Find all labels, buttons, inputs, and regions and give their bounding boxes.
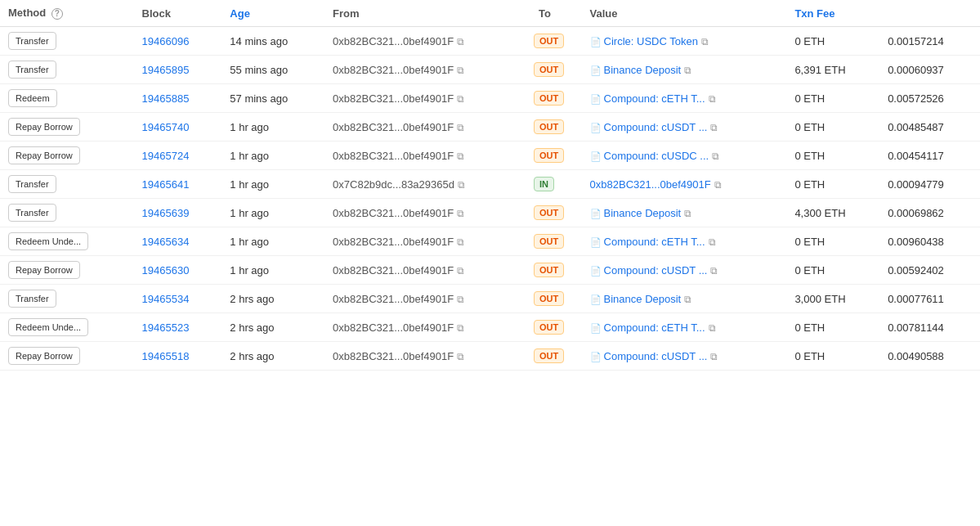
- method-button[interactable]: Transfer: [8, 61, 56, 79]
- copy-from-icon[interactable]: ⧉: [457, 265, 464, 276]
- method-button[interactable]: Transfer: [8, 290, 56, 308]
- to-contract-link[interactable]: Compound: cUSDT ...: [604, 350, 708, 362]
- copy-to-icon[interactable]: ⧉: [684, 65, 691, 76]
- to-contract-link[interactable]: Compound: cETH T...: [604, 92, 705, 105]
- copy-from-icon[interactable]: ⧉: [457, 208, 464, 219]
- block-link[interactable]: 19465634: [142, 236, 190, 248]
- copy-from-icon[interactable]: ⧉: [457, 351, 464, 362]
- value-cell: 0 ETH: [786, 313, 879, 342]
- method-help-icon[interactable]: ?: [51, 8, 63, 20]
- to-address-link[interactable]: 0xb82BC321...0bef4901F: [590, 178, 711, 191]
- copy-to-icon[interactable]: ⧉: [709, 322, 716, 334]
- from-address-link[interactable]: 0xb82BC321...0bef4901F: [333, 264, 454, 276]
- from-address-link[interactable]: 0xb82BC321...0bef4901F: [333, 64, 454, 76]
- from-address-link[interactable]: 0xb82BC321...0bef4901F: [333, 150, 454, 162]
- value-header: Value: [582, 0, 787, 27]
- block-cell: 19465534: [134, 285, 222, 313]
- from-address-link[interactable]: 0x7C82b9dc...83a29365d: [333, 178, 454, 191]
- from-address-link[interactable]: 0xb82BC321...0bef4901F: [333, 321, 454, 334]
- to-contract-link[interactable]: Circle: USDC Token: [604, 35, 698, 47]
- to-contract-link[interactable]: Compound: cUSDT ...: [604, 264, 708, 276]
- from-address-link[interactable]: 0xb82BC321...0bef4901F: [333, 35, 454, 47]
- block-link[interactable]: 19465895: [142, 64, 190, 76]
- block-link[interactable]: 19466096: [142, 35, 190, 47]
- block-link[interactable]: 19465885: [142, 92, 190, 105]
- age-cell: 1 hr ago: [222, 227, 324, 256]
- copy-to-icon[interactable]: ⧉: [684, 294, 691, 305]
- method-button[interactable]: Redeem Unde...: [8, 232, 88, 250]
- method-cell: Transfer: [0, 56, 134, 84]
- age-cell: 2 hrs ago: [222, 285, 324, 313]
- method-button[interactable]: Repay Borrow: [8, 118, 80, 136]
- block-cell: 19465895: [134, 56, 222, 84]
- copy-from-icon[interactable]: ⧉: [457, 122, 464, 133]
- copy-from-icon[interactable]: ⧉: [457, 322, 464, 334]
- direction-cell: OUT: [530, 84, 582, 113]
- to-contract-link[interactable]: Binance Deposit: [604, 293, 682, 305]
- to-contract-link[interactable]: Compound: cETH T...: [604, 321, 705, 334]
- from-cell: 0xb82BC321...0bef4901F⧉: [324, 27, 530, 56]
- block-cell: 19465641: [134, 170, 222, 199]
- block-link[interactable]: 19465534: [142, 293, 190, 305]
- block-link[interactable]: 19465641: [142, 178, 190, 191]
- copy-to-icon[interactable]: ⧉: [709, 236, 716, 248]
- block-link[interactable]: 19465518: [142, 350, 190, 362]
- copy-to-icon[interactable]: ⧉: [710, 122, 718, 133]
- table-row: Redeem1946588557 mins ago0xb82BC321...0b…: [0, 84, 980, 113]
- method-button[interactable]: Transfer: [8, 32, 56, 50]
- from-address-link[interactable]: 0xb82BC321...0bef4901F: [333, 92, 454, 105]
- from-cell: 0xb82BC321...0bef4901F⧉: [324, 84, 530, 113]
- method-button[interactable]: Repay Borrow: [8, 347, 80, 365]
- from-address-link[interactable]: 0xb82BC321...0bef4901F: [333, 236, 454, 248]
- direction-badge: OUT: [534, 148, 564, 163]
- copy-from-icon[interactable]: ⧉: [458, 179, 465, 191]
- copy-from-icon[interactable]: ⧉: [457, 151, 464, 162]
- copy-from-icon[interactable]: ⧉: [457, 236, 464, 248]
- block-link[interactable]: 19465630: [142, 264, 190, 276]
- to-contract-link[interactable]: Binance Deposit: [604, 64, 682, 76]
- txn-fee-cell: 0.00069862: [879, 199, 980, 227]
- value-cell: 0 ETH: [786, 227, 879, 256]
- from-address-link[interactable]: 0xb82BC321...0bef4901F: [333, 350, 454, 362]
- method-button[interactable]: Transfer: [8, 175, 56, 193]
- method-button[interactable]: Repay Borrow: [8, 261, 80, 279]
- copy-to-icon[interactable]: ⧉: [701, 36, 709, 47]
- block-link[interactable]: 19465639: [142, 207, 190, 219]
- to-contract-link[interactable]: Compound: cUSDT ...: [604, 121, 708, 133]
- to-contract-link[interactable]: Binance Deposit: [604, 207, 682, 219]
- copy-from-icon[interactable]: ⧉: [457, 294, 464, 305]
- copy-from-icon[interactable]: ⧉: [457, 36, 464, 47]
- method-cell: Repay Borrow: [0, 342, 134, 371]
- copy-from-icon[interactable]: ⧉: [457, 65, 464, 76]
- method-cell: Transfer: [0, 170, 134, 199]
- method-button[interactable]: Redeem: [8, 89, 57, 107]
- method-cell: Repay Borrow: [0, 256, 134, 285]
- copy-to-icon[interactable]: ⧉: [712, 151, 719, 162]
- to-contract-link[interactable]: Compound: cUSDC ...: [604, 150, 709, 162]
- method-cell: Redeem Unde...: [0, 227, 134, 256]
- txn-fee-cell: 0.00781144: [879, 313, 980, 342]
- copy-to-icon[interactable]: ⧉: [710, 351, 718, 362]
- copy-to-icon[interactable]: ⧉: [684, 208, 691, 219]
- age-cell: 1 hr ago: [222, 170, 324, 199]
- copy-to-icon[interactable]: ⧉: [710, 265, 718, 276]
- value-cell: 3,000 ETH: [786, 285, 879, 313]
- block-link[interactable]: 19465724: [142, 150, 190, 162]
- from-address-link[interactable]: 0xb82BC321...0bef4901F: [333, 207, 454, 219]
- from-address-link[interactable]: 0xb82BC321...0bef4901F: [333, 293, 454, 305]
- from-address-link[interactable]: 0xb82BC321...0bef4901F: [333, 121, 454, 133]
- copy-to-icon[interactable]: ⧉: [709, 93, 716, 105]
- copy-to-icon[interactable]: ⧉: [714, 179, 722, 191]
- method-button[interactable]: Transfer: [8, 204, 56, 222]
- contract-doc-icon: 📄: [590, 123, 602, 133]
- txn-fee-cell: 0.00454117: [879, 142, 980, 170]
- block-link[interactable]: 19465740: [142, 121, 190, 133]
- copy-from-icon[interactable]: ⧉: [457, 93, 464, 105]
- method-button[interactable]: Redeem Unde...: [8, 318, 88, 336]
- method-button[interactable]: Repay Borrow: [8, 146, 80, 164]
- to-contract-link[interactable]: Compound: cETH T...: [604, 236, 705, 248]
- block-link[interactable]: 19465523: [142, 321, 190, 334]
- from-cell: 0x7C82b9dc...83a29365d⧉: [324, 170, 530, 199]
- txn-fee-cell: 0.00592402: [879, 256, 980, 285]
- age-cell: 14 mins ago: [222, 27, 324, 56]
